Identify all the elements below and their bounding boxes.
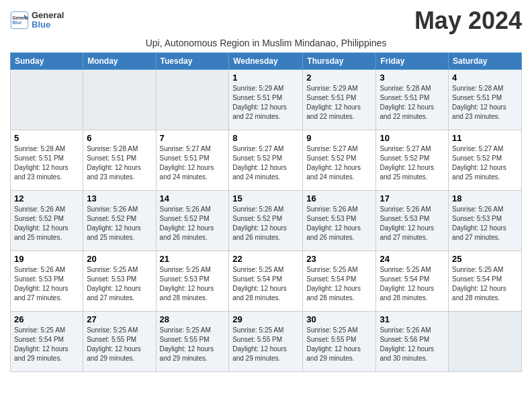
- calendar-cell: [11, 70, 83, 130]
- column-header-wednesday: Wednesday: [229, 53, 303, 70]
- logo-icon: General Blue: [10, 11, 29, 30]
- calendar-cell: 12Sunrise: 5:26 AM Sunset: 5:52 PM Dayli…: [11, 191, 83, 251]
- day-number: 1: [232, 73, 299, 83]
- day-info: Sunrise: 5:25 AM Sunset: 5:54 PM Dayligh…: [14, 326, 79, 363]
- day-info: Sunrise: 5:25 AM Sunset: 5:55 PM Dayligh…: [87, 326, 152, 363]
- calendar-cell: 13Sunrise: 5:26 AM Sunset: 5:52 PM Dayli…: [83, 191, 156, 251]
- day-number: 19: [14, 254, 79, 264]
- day-info: Sunrise: 5:29 AM Sunset: 5:51 PM Dayligh…: [306, 84, 372, 122]
- day-number: 5: [14, 133, 79, 143]
- day-number: 15: [232, 193, 299, 203]
- day-info: Sunrise: 5:25 AM Sunset: 5:54 PM Dayligh…: [380, 265, 445, 303]
- day-info: Sunrise: 5:27 AM Sunset: 5:51 PM Dayligh…: [160, 144, 226, 182]
- column-header-saturday: Saturday: [449, 53, 522, 70]
- page-header: General Blue General Blue May 2024: [10, 7, 522, 35]
- day-number: 22: [232, 254, 299, 264]
- day-number: 26: [14, 314, 79, 324]
- day-number: 25: [452, 254, 518, 264]
- calendar-cell: 9Sunrise: 5:27 AM Sunset: 5:52 PM Daylig…: [303, 130, 376, 191]
- calendar-cell: 25Sunrise: 5:25 AM Sunset: 5:54 PM Dayli…: [449, 251, 522, 312]
- day-info: Sunrise: 5:28 AM Sunset: 5:51 PM Dayligh…: [380, 84, 445, 122]
- calendar-cell: 31Sunrise: 5:26 AM Sunset: 5:56 PM Dayli…: [376, 312, 449, 372]
- day-info: Sunrise: 5:26 AM Sunset: 5:52 PM Dayligh…: [14, 205, 79, 242]
- column-header-monday: Monday: [83, 53, 156, 70]
- calendar-cell: 28Sunrise: 5:25 AM Sunset: 5:55 PM Dayli…: [156, 312, 229, 372]
- column-header-tuesday: Tuesday: [156, 53, 229, 70]
- calendar-cell: 24Sunrise: 5:25 AM Sunset: 5:54 PM Dayli…: [376, 251, 449, 312]
- page-subtitle: Upi, Autonomous Region in Muslim Mindana…: [10, 38, 522, 48]
- calendar-cell: [449, 312, 522, 372]
- calendar-cell: 30Sunrise: 5:25 AM Sunset: 5:55 PM Dayli…: [303, 312, 376, 372]
- calendar-week-row: 1Sunrise: 5:29 AM Sunset: 5:51 PM Daylig…: [11, 70, 522, 130]
- calendar-cell: [83, 70, 156, 130]
- day-info: Sunrise: 5:28 AM Sunset: 5:51 PM Dayligh…: [452, 84, 518, 122]
- svg-text:Blue: Blue: [13, 20, 22, 25]
- day-info: Sunrise: 5:26 AM Sunset: 5:52 PM Dayligh…: [232, 205, 299, 242]
- day-number: 11: [452, 133, 518, 143]
- day-info: Sunrise: 5:26 AM Sunset: 5:56 PM Dayligh…: [380, 326, 445, 363]
- day-info: Sunrise: 5:25 AM Sunset: 5:53 PM Dayligh…: [87, 265, 152, 303]
- logo-line1: General: [32, 11, 64, 20]
- calendar-cell: 22Sunrise: 5:25 AM Sunset: 5:54 PM Dayli…: [229, 251, 303, 312]
- day-number: 9: [306, 133, 372, 143]
- calendar-cell: 8Sunrise: 5:27 AM Sunset: 5:52 PM Daylig…: [229, 130, 303, 191]
- day-number: 27: [87, 314, 152, 324]
- calendar-table: SundayMondayTuesdayWednesdayThursdayFrid…: [10, 52, 522, 372]
- day-number: 30: [306, 314, 372, 324]
- calendar-cell: 10Sunrise: 5:27 AM Sunset: 5:52 PM Dayli…: [376, 130, 449, 191]
- calendar-cell: 29Sunrise: 5:25 AM Sunset: 5:55 PM Dayli…: [229, 312, 303, 372]
- day-number: 21: [160, 254, 226, 264]
- day-number: 29: [232, 314, 299, 324]
- calendar-week-row: 26Sunrise: 5:25 AM Sunset: 5:54 PM Dayli…: [11, 312, 522, 372]
- day-info: Sunrise: 5:26 AM Sunset: 5:53 PM Dayligh…: [14, 265, 79, 303]
- day-info: Sunrise: 5:25 AM Sunset: 5:54 PM Dayligh…: [232, 265, 299, 303]
- calendar-cell: 19Sunrise: 5:26 AM Sunset: 5:53 PM Dayli…: [11, 251, 83, 312]
- day-info: Sunrise: 5:28 AM Sunset: 5:51 PM Dayligh…: [14, 144, 79, 182]
- calendar-cell: 11Sunrise: 5:27 AM Sunset: 5:52 PM Dayli…: [449, 130, 522, 191]
- calendar-header-row: SundayMondayTuesdayWednesdayThursdayFrid…: [11, 53, 522, 70]
- day-number: 3: [380, 73, 445, 83]
- calendar-cell: 5Sunrise: 5:28 AM Sunset: 5:51 PM Daylig…: [11, 130, 83, 191]
- day-number: 6: [87, 133, 152, 143]
- day-info: Sunrise: 5:26 AM Sunset: 5:53 PM Dayligh…: [380, 205, 445, 242]
- day-number: 2: [306, 73, 372, 83]
- calendar-cell: 17Sunrise: 5:26 AM Sunset: 5:53 PM Dayli…: [376, 191, 449, 251]
- calendar-cell: [156, 70, 229, 130]
- day-info: Sunrise: 5:25 AM Sunset: 5:55 PM Dayligh…: [160, 326, 226, 363]
- day-info: Sunrise: 5:27 AM Sunset: 5:52 PM Dayligh…: [452, 144, 518, 182]
- day-number: 17: [380, 193, 445, 203]
- calendar-cell: 15Sunrise: 5:26 AM Sunset: 5:52 PM Dayli…: [229, 191, 303, 251]
- calendar-cell: 2Sunrise: 5:29 AM Sunset: 5:51 PM Daylig…: [303, 70, 376, 130]
- calendar-week-row: 12Sunrise: 5:26 AM Sunset: 5:52 PM Dayli…: [11, 191, 522, 251]
- calendar-week-row: 19Sunrise: 5:26 AM Sunset: 5:53 PM Dayli…: [11, 251, 522, 312]
- day-info: Sunrise: 5:26 AM Sunset: 5:53 PM Dayligh…: [306, 205, 372, 242]
- day-info: Sunrise: 5:28 AM Sunset: 5:51 PM Dayligh…: [87, 144, 152, 182]
- day-number: 20: [87, 254, 152, 264]
- calendar-cell: 16Sunrise: 5:26 AM Sunset: 5:53 PM Dayli…: [303, 191, 376, 251]
- calendar-cell: 3Sunrise: 5:28 AM Sunset: 5:51 PM Daylig…: [376, 70, 449, 130]
- day-number: 4: [452, 73, 518, 83]
- calendar-cell: 23Sunrise: 5:25 AM Sunset: 5:54 PM Dayli…: [303, 251, 376, 312]
- calendar-cell: 18Sunrise: 5:26 AM Sunset: 5:53 PM Dayli…: [449, 191, 522, 251]
- day-number: 18: [452, 193, 518, 203]
- day-number: 16: [306, 193, 372, 203]
- day-info: Sunrise: 5:25 AM Sunset: 5:54 PM Dayligh…: [452, 265, 518, 303]
- calendar-cell: 7Sunrise: 5:27 AM Sunset: 5:51 PM Daylig…: [156, 130, 229, 191]
- day-info: Sunrise: 5:25 AM Sunset: 5:54 PM Dayligh…: [306, 265, 372, 303]
- day-number: 10: [380, 133, 445, 143]
- column-header-thursday: Thursday: [303, 53, 376, 70]
- column-header-sunday: Sunday: [11, 53, 83, 70]
- calendar-cell: 27Sunrise: 5:25 AM Sunset: 5:55 PM Dayli…: [83, 312, 156, 372]
- day-number: 12: [14, 193, 79, 203]
- day-info: Sunrise: 5:27 AM Sunset: 5:52 PM Dayligh…: [380, 144, 445, 182]
- day-info: Sunrise: 5:27 AM Sunset: 5:52 PM Dayligh…: [306, 144, 372, 182]
- day-number: 14: [160, 193, 226, 203]
- day-info: Sunrise: 5:26 AM Sunset: 5:52 PM Dayligh…: [160, 205, 226, 242]
- day-info: Sunrise: 5:29 AM Sunset: 5:51 PM Dayligh…: [232, 84, 299, 122]
- day-info: Sunrise: 5:26 AM Sunset: 5:52 PM Dayligh…: [87, 205, 152, 242]
- month-title: May 2024: [414, 7, 522, 35]
- calendar-cell: 1Sunrise: 5:29 AM Sunset: 5:51 PM Daylig…: [229, 70, 303, 130]
- logo: General Blue General Blue: [10, 11, 64, 30]
- day-info: Sunrise: 5:25 AM Sunset: 5:55 PM Dayligh…: [306, 326, 372, 363]
- calendar-week-row: 5Sunrise: 5:28 AM Sunset: 5:51 PM Daylig…: [11, 130, 522, 191]
